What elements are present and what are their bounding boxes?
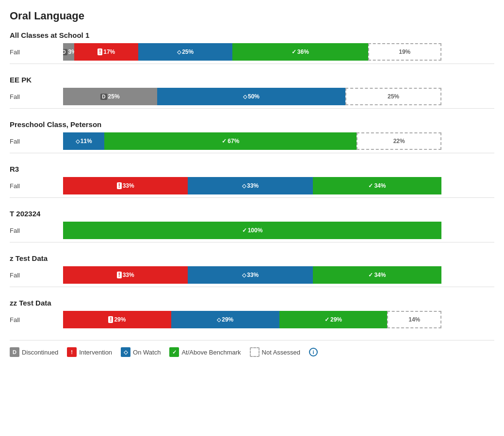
bar-segment-notassessed: 14% bbox=[387, 311, 441, 328]
bar-segment-onwatch: ◇25% bbox=[138, 43, 232, 61]
section-zz-test-data: zz Test DataFall!29%◇29%✓29%14% bbox=[10, 299, 494, 328]
section-divider bbox=[10, 287, 494, 287]
section-title-preschool-peterson: Preschool Class, Peterson bbox=[10, 120, 494, 129]
bar-segment-above: ✓67% bbox=[104, 132, 357, 150]
section-all-classes: All Classes at School 1FallD3%!17%◇25%✓3… bbox=[10, 31, 494, 64]
section-title-z-test-data: z Test Data bbox=[10, 254, 494, 262]
bar-container: !33%◇33%✓34% bbox=[63, 177, 441, 194]
row-period-label: Fall bbox=[10, 272, 63, 279]
bar-container: D25%◇50%25% bbox=[63, 88, 441, 105]
legend-discontinued: D Discontinued bbox=[10, 347, 58, 357]
info-icon[interactable]: i bbox=[309, 348, 318, 356]
section-ee-pk: EE PKFallD25%◇50%25% bbox=[10, 76, 494, 109]
section-title-r3: R3 bbox=[10, 165, 494, 173]
above-legend-label: At/Above Benchmark bbox=[181, 349, 241, 356]
notassessed-legend-label: Not Assessed bbox=[262, 349, 301, 356]
bar-row: Fall◇11%✓67%22% bbox=[10, 132, 494, 150]
bar-segment-intervention: !17% bbox=[74, 43, 138, 61]
bar-segment-intervention: !29% bbox=[63, 311, 171, 328]
bar-segment-notassessed: 22% bbox=[357, 132, 441, 150]
bar-segment-intervention: !33% bbox=[63, 177, 188, 194]
bar-segment-onwatch: ◇11% bbox=[63, 132, 104, 150]
notassessed-legend-icon bbox=[250, 347, 260, 357]
section-divider bbox=[10, 64, 494, 64]
section-divider bbox=[10, 242, 494, 242]
section-t202324: T 202324Fall✓100% bbox=[10, 210, 494, 242]
above-legend-icon: ✓ bbox=[169, 347, 179, 357]
section-preschool-peterson: Preschool Class, PetersonFall◇11%✓67%22% bbox=[10, 120, 494, 153]
bar-segment-above: ✓29% bbox=[279, 311, 388, 328]
bar-container: ◇11%✓67%22% bbox=[63, 132, 441, 150]
bar-row: Fall!33%◇33%✓34% bbox=[10, 177, 494, 194]
row-period-label: Fall bbox=[10, 93, 63, 100]
onwatch-legend-icon: ◇ bbox=[121, 347, 130, 357]
section-divider bbox=[10, 153, 494, 153]
discontinued-legend-label: Discontinued bbox=[22, 349, 58, 356]
bar-segment-notassessed: 19% bbox=[368, 43, 441, 61]
row-period-label: Fall bbox=[10, 316, 63, 323]
bar-row: FallD3%!17%◇25%✓36%19% bbox=[10, 43, 494, 61]
bar-segment-onwatch: ◇50% bbox=[157, 88, 345, 105]
legend-notassessed: Not Assessed bbox=[250, 347, 301, 357]
row-period-label: Fall bbox=[10, 182, 63, 190]
intervention-legend-icon: ! bbox=[67, 347, 77, 357]
bar-segment-above: ✓34% bbox=[313, 266, 441, 284]
legend-onwatch: ◇ On Watch bbox=[121, 347, 161, 357]
section-title-t202324: T 202324 bbox=[10, 210, 494, 218]
bar-container: !33%◇33%✓34% bbox=[63, 266, 441, 284]
bar-segment-notassessed: 25% bbox=[345, 88, 441, 105]
bar-container: !29%◇29%✓29%14% bbox=[63, 311, 441, 328]
bar-row: Fall!29%◇29%✓29%14% bbox=[10, 311, 494, 328]
bar-segment-above: ✓34% bbox=[313, 177, 441, 194]
section-r3: R3Fall!33%◇33%✓34% bbox=[10, 165, 494, 198]
legend: D Discontinued ! Intervention ◇ On Watch… bbox=[10, 340, 494, 357]
bar-row: Fall!33%◇33%✓34% bbox=[10, 266, 494, 284]
bar-segment-onwatch: ◇33% bbox=[188, 177, 312, 194]
bar-segment-intervention: !33% bbox=[63, 266, 188, 284]
bar-container: D3%!17%◇25%✓36%19% bbox=[63, 43, 441, 61]
onwatch-legend-label: On Watch bbox=[133, 349, 161, 356]
discontinued-legend-icon: D bbox=[10, 347, 19, 357]
legend-intervention: ! Intervention bbox=[67, 347, 112, 357]
legend-above: ✓ At/Above Benchmark bbox=[169, 347, 241, 357]
section-title-all-classes: All Classes at School 1 bbox=[10, 31, 494, 39]
section-divider bbox=[10, 108, 494, 109]
page-title: Oral Language bbox=[10, 10, 494, 22]
row-period-label: Fall bbox=[10, 227, 63, 234]
row-period-label: Fall bbox=[10, 138, 63, 145]
section-title-ee-pk: EE PK bbox=[10, 76, 494, 84]
bar-row: FallD25%◇50%25% bbox=[10, 88, 494, 105]
bar-segment-above: ✓100% bbox=[63, 222, 441, 239]
bar-segment-discontinued: D3% bbox=[63, 43, 74, 61]
bar-segment-discontinued: D25% bbox=[63, 88, 157, 105]
bar-container: ✓100% bbox=[63, 222, 441, 239]
row-period-label: Fall bbox=[10, 48, 63, 56]
section-z-test-data: z Test DataFall!33%◇33%✓34% bbox=[10, 254, 494, 287]
bar-segment-onwatch: ◇33% bbox=[188, 266, 312, 284]
bar-row: Fall✓100% bbox=[10, 222, 494, 239]
section-title-zz-test-data: zz Test Data bbox=[10, 299, 494, 307]
intervention-legend-label: Intervention bbox=[79, 349, 112, 356]
section-divider bbox=[10, 197, 494, 198]
bar-segment-onwatch: ◇29% bbox=[171, 311, 279, 328]
bar-segment-above: ✓36% bbox=[232, 43, 368, 61]
